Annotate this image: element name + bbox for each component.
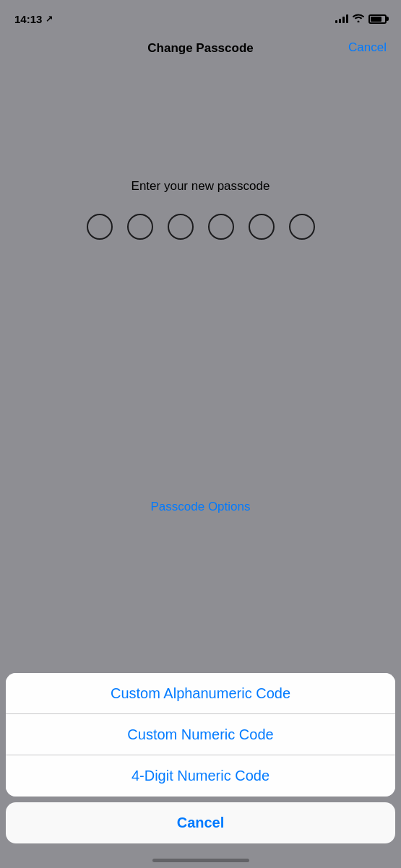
passcode-dot-6 [289,214,315,240]
passcode-options-link[interactable]: Passcode Options [151,500,251,513]
passcode-dots [87,214,315,240]
passcode-dot-4 [208,214,234,240]
passcode-options-area[interactable]: Passcode Options [151,500,251,514]
action-sheet-item-4digit[interactable]: 4-Digit Numeric Code [6,755,395,797]
action-sheet-item-alphanumeric[interactable]: Custom Alphanumeric Code [6,673,395,714]
nav-title: Change Passcode [147,41,253,56]
location-icon: ↗ [46,14,53,24]
time-label: 14:13 [14,13,42,25]
action-sheet-cancel-button[interactable]: Cancel [6,802,395,843]
action-sheet-overlay: Custom Alphanumeric Code Custom Numeric … [0,673,401,868]
passcode-prompt: Enter your new passcode [131,179,270,194]
action-sheet-main: Custom Alphanumeric Code Custom Numeric … [6,673,395,797]
action-sheet-item-numeric[interactable]: Custom Numeric Code [6,714,395,755]
status-bar: 14:13 ↗ [0,0,401,32]
passcode-dot-1 [87,214,113,240]
passcode-dot-2 [127,214,153,240]
wifi-icon [353,14,364,25]
signal-bars-icon [335,14,348,23]
status-time: 14:13 ↗ [14,13,53,25]
nav-cancel-button[interactable]: Cancel [348,40,387,55]
main-content: Enter your new passcode [0,64,401,269]
passcode-dot-3 [168,214,194,240]
battery-icon [368,14,387,24]
home-indicator [152,859,249,862]
status-icons [335,14,387,25]
passcode-dot-5 [249,214,275,240]
